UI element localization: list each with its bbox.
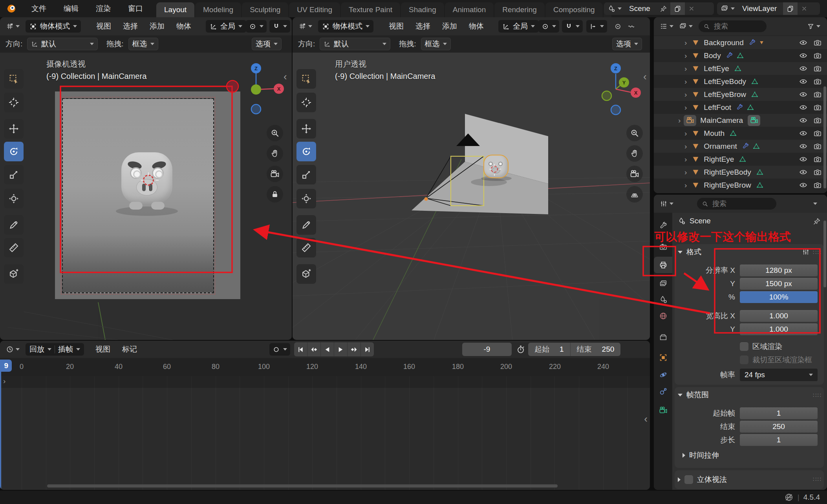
frame-start-field[interactable]: 1 — [740, 407, 818, 419]
pivot-dropdown[interactable] — [538, 20, 559, 33]
render-visibility-icon[interactable] — [814, 52, 822, 60]
hide-eye-icon[interactable] — [799, 129, 807, 137]
tool-scale[interactable] — [296, 165, 316, 184]
render-visibility-icon[interactable] — [814, 91, 822, 99]
render-visibility-icon[interactable] — [814, 39, 822, 47]
drag-dropdown[interactable]: 框选 — [421, 38, 451, 50]
outliner-type-button[interactable] — [657, 20, 676, 32]
expand-chevron[interactable]: › — [684, 168, 687, 177]
crop-region-checkbox[interactable] — [740, 356, 748, 364]
viewport-canvas-user[interactable]: 用户透视 (-9) Collection | MainCamera — [293, 53, 650, 340]
menu-object[interactable]: 物体 — [170, 21, 197, 31]
mode-dropdown[interactable]: 物体模式 — [318, 20, 373, 33]
end-frame-field[interactable]: 结束250 — [570, 343, 621, 356]
timeline-type-button[interactable] — [3, 343, 22, 355]
time-stretch-subpanel[interactable]: 时间拉伸 — [682, 447, 719, 463]
frame-range-panel-header[interactable]: 帧范围 — [678, 387, 709, 403]
tool-transform[interactable] — [296, 189, 316, 208]
tool-select-box[interactable] — [296, 69, 316, 89]
tool-cursor[interactable] — [296, 93, 316, 112]
tool-scale[interactable] — [4, 165, 24, 184]
marker-menu[interactable]: 标记 — [116, 344, 143, 354]
timeline-hscrollbar[interactable] — [47, 484, 558, 488]
tab-shading[interactable]: Shading — [401, 2, 444, 17]
grip-dots[interactable]: ∷∷ — [813, 249, 822, 256]
object-name[interactable]: LeftEye — [704, 64, 729, 73]
menu-view[interactable]: 视图 — [383, 21, 410, 31]
zoom-button[interactable] — [626, 125, 643, 141]
expand-chevron[interactable]: › — [684, 77, 687, 86]
outliner-row[interactable]: › Mouth — [654, 127, 827, 140]
resolution-percent-field[interactable]: 100% — [740, 291, 818, 303]
outliner-row[interactable]: › LeftFoot — [654, 101, 827, 114]
menu-render[interactable]: 渲染 — [87, 4, 119, 14]
editor-type-button[interactable] — [3, 20, 22, 32]
tool-move[interactable] — [296, 119, 316, 139]
falloff-curve-icon[interactable] — [625, 20, 638, 32]
tool-cursor[interactable] — [4, 93, 24, 112]
new-scene-button[interactable] — [670, 2, 685, 15]
search-input[interactable] — [712, 199, 760, 208]
tab-texture-paint[interactable]: Texture Paint — [341, 2, 400, 17]
tool-rotate[interactable] — [296, 142, 316, 161]
zoom-button[interactable] — [267, 125, 283, 141]
next-keyframe-button[interactable] — [348, 342, 361, 356]
menu-add[interactable]: 添加 — [436, 21, 463, 31]
framerate-dropdown[interactable]: 24 fps — [740, 369, 818, 381]
tool-add-cube[interactable] — [4, 264, 24, 284]
outliner-row[interactable]: › RightEyeBrow — [654, 179, 827, 192]
mode-dropdown[interactable]: 物体模式 — [26, 20, 81, 33]
timeline-collapse-arrow[interactable]: ‹ — [644, 414, 648, 424]
tool-annotate[interactable] — [4, 215, 24, 235]
timeline-track[interactable]: › ‹ — [0, 376, 650, 490]
view-menu[interactable]: 视图 — [90, 344, 116, 354]
editor-type-button[interactable] — [296, 20, 315, 32]
axis-gizmo[interactable]: Z X — [232, 55, 287, 122]
tab-modeling[interactable]: Modeling — [195, 2, 241, 17]
expand-chevron[interactable]: › — [684, 129, 687, 138]
expand-chevron[interactable]: › — [684, 90, 687, 99]
object-name[interactable]: Mouth — [704, 129, 725, 138]
orientation-dropdown[interactable]: 全局 — [206, 20, 246, 33]
menu-file[interactable]: 文件 — [23, 4, 55, 14]
pan-button[interactable] — [267, 145, 283, 162]
frame-end-field[interactable]: 250 — [740, 421, 818, 433]
jump-to-end-button[interactable] — [361, 342, 374, 356]
expand-chevron[interactable]: › — [684, 51, 687, 60]
header-options-chevron[interactable] — [813, 203, 817, 205]
hide-eye-icon[interactable] — [799, 181, 807, 189]
outliner-row[interactable]: › LeftEye — [654, 62, 827, 75]
grip-dots[interactable]: ∷∷ — [813, 392, 822, 399]
snap-dropdown[interactable] — [269, 20, 290, 33]
menu-object[interactable]: 物体 — [463, 21, 490, 31]
tool-measure[interactable] — [296, 238, 316, 257]
object-name[interactable]: MainCamera — [700, 116, 743, 125]
tab-view-layer[interactable] — [654, 276, 672, 292]
expand-chevron[interactable]: › — [684, 155, 687, 164]
tool-move[interactable] — [4, 119, 24, 139]
scene-name[interactable]: Scene — [625, 4, 654, 13]
search-input[interactable] — [713, 22, 762, 31]
properties-type-button[interactable] — [657, 198, 676, 210]
tab-layout[interactable]: Layout — [156, 2, 194, 17]
timeline-ruler[interactable]: 0 20 40 60 80 100 120 140 160 180 200 22… — [0, 358, 650, 376]
stereoscopy-panel-header[interactable]: 立体视法 — [678, 472, 727, 488]
render-visibility-icon[interactable] — [814, 168, 822, 176]
tool-annotate[interactable] — [296, 215, 316, 235]
outliner-search[interactable] — [699, 20, 767, 32]
render-visibility-icon[interactable] — [814, 65, 822, 73]
menu-view[interactable]: 视图 — [90, 21, 117, 31]
tool-add-cube[interactable] — [296, 264, 316, 284]
playback-menu[interactable]: 回放插帧 — [26, 343, 84, 356]
viewport-canvas-camera[interactable]: 摄像机透视 (-9) Collection | MainCamera Z — [0, 53, 292, 340]
pivot-dropdown[interactable] — [246, 20, 267, 33]
direction-dropdown[interactable]: 默认 — [27, 38, 98, 50]
orientation-dropdown[interactable]: 全局 — [498, 20, 539, 33]
render-visibility-icon[interactable] — [814, 155, 822, 163]
hide-eye-icon[interactable] — [799, 90, 807, 99]
render-visibility-icon[interactable] — [814, 78, 822, 86]
new-viewlayer-button[interactable] — [783, 2, 798, 15]
object-name[interactable]: RightEyeBody — [704, 168, 751, 177]
display-mode-button[interactable] — [676, 20, 695, 32]
render-visibility-icon[interactable] — [814, 104, 822, 111]
